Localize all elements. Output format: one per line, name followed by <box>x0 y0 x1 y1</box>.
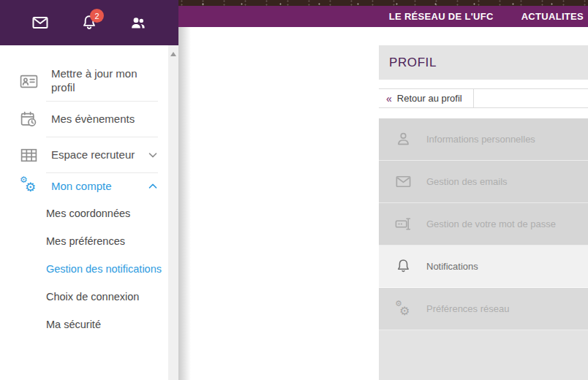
sidebar-item-label: Mettre à jour mon profil <box>51 67 159 95</box>
submenu-item-preferences[interactable]: Mes préférences <box>0 227 168 255</box>
menu-item-informations-personnelles[interactable]: Informations personnelles <box>379 118 588 161</box>
gears-icon: ⚙ ⚙ <box>20 178 40 196</box>
back-row: « Retour au profil <box>379 88 588 108</box>
sidebar-scrollbar[interactable] <box>168 45 178 380</box>
calendar-clock-icon <box>20 110 40 129</box>
profile-settings-menu: Informations personnelles Gestion des em… <box>379 118 588 380</box>
account-submenu: Mes coordonnées Mes préférences Gestion … <box>0 200 168 338</box>
banner-strip <box>178 0 588 6</box>
double-chevron-left-icon: « <box>386 93 392 104</box>
sidebar-item-label: Espace recruteur <box>51 148 135 162</box>
submenu-item-notifications[interactable]: Gestion des notifications <box>0 255 168 283</box>
sidebar-item-label: Mes évènements <box>51 113 135 126</box>
menu-item-mot-de-passe[interactable]: Gestion de votre mot de passe <box>379 203 588 246</box>
sidebar-item-update-profile[interactable]: Mettre à jour mon profil <box>0 61 168 101</box>
people-icon[interactable] <box>129 14 147 31</box>
mail-icon <box>395 173 414 190</box>
contact-card-icon <box>20 72 40 91</box>
menu-item-notifications[interactable]: Notifications <box>379 246 588 288</box>
gears-icon: ⚙ ⚙ <box>395 300 414 318</box>
sidebar-header: 2 <box>0 0 178 45</box>
page-title-band: PROFIL <box>379 45 588 80</box>
menu-item-gestion-emails[interactable]: Gestion des emails <box>379 161 588 203</box>
sidebar-item-recruiter[interactable]: Espace recruteur <box>0 137 168 172</box>
nav-link-actualites[interactable]: ACTUALITES <box>521 11 584 22</box>
sidebar-menu: Mettre à jour mon profil Mes évènements <box>0 45 178 338</box>
chevron-up-icon <box>146 180 159 193</box>
bell-icon[interactable]: 2 <box>80 14 98 31</box>
nav-link-reseau-ufc[interactable]: LE RÉSEAU DE L'UFC <box>389 11 494 22</box>
password-field-icon <box>395 216 414 232</box>
submenu-item-securite[interactable]: Ma sécurité <box>0 311 168 338</box>
submenu-item-coordonnees[interactable]: Mes coordonnées <box>0 200 168 227</box>
sidebar-shadow <box>178 27 191 380</box>
top-navigation: LE RÉSEAU DE L'UFC ACTUALITES <box>178 6 588 27</box>
person-icon <box>395 131 414 148</box>
sidebar-item-events[interactable]: Mes évènements <box>0 102 168 137</box>
back-to-profile-button[interactable]: « Retour au profil <box>379 89 474 107</box>
menu-item-preferences-reseau[interactable]: ⚙ ⚙ Préférences réseau <box>379 288 588 330</box>
sidebar: Mettre à jour mon profil Mes évènements <box>0 45 178 380</box>
chevron-down-icon <box>146 148 159 162</box>
sidebar-item-label: Mon compte <box>51 180 112 194</box>
page-title: PROFIL <box>389 56 437 70</box>
notification-badge[interactable]: 2 <box>90 9 104 23</box>
bell-icon <box>395 258 414 275</box>
company-grid-icon <box>20 146 40 164</box>
scrollbar-up-arrow-icon[interactable] <box>170 52 176 56</box>
submenu-item-connexion[interactable]: Choix de connexion <box>0 283 168 311</box>
mail-icon[interactable] <box>31 14 49 31</box>
menu-panel-filler <box>379 330 588 380</box>
app-window: 2 LE RÉSEAU DE L'UFC ACTUALITES <box>0 0 588 380</box>
sidebar-item-account[interactable]: ⚙ ⚙ Mon compte <box>0 173 168 200</box>
